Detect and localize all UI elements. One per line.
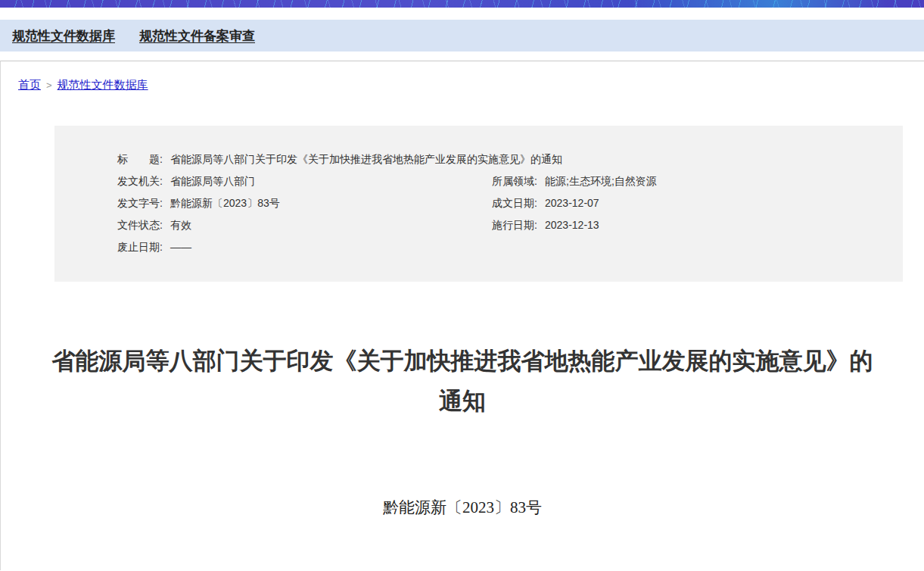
meta-row-doc-no: 发文字号: 黔能源新〔2023〕83号 成文日期: 2023-12-07 [117, 192, 880, 214]
meta-label-status: 文件状态: [117, 214, 170, 236]
meta-label-issuing-body: 发文机关: [117, 170, 170, 192]
meta-label-doc-no: 发文字号: [117, 192, 170, 214]
meta-label-effective-date: 施行日期: [492, 214, 545, 236]
meta-value-effective-date: 2023-12-13 [545, 214, 880, 236]
breadcrumb: 首页>规范性文件数据库 [1, 61, 924, 92]
meta-value-repeal-date: —— [170, 236, 880, 258]
article-doc-number: 黔能源新〔2023〕83号 [1, 497, 924, 518]
top-nav-bar: 规范性文件数据库 规范性文件备案审查 [0, 20, 924, 51]
meta-value-title: 省能源局等八部门关于印发《关于加快推进我省地热能产业发展的实施意见》的通知 [170, 148, 880, 170]
meta-label-domain: 所属领域: [492, 170, 545, 192]
meta-label-written-date: 成文日期: [492, 192, 545, 214]
top-decorative-banner [0, 0, 924, 8]
document-metadata-box: 标 题: 省能源局等八部门关于印发《关于加快推进我省地热能产业发展的实施意见》的… [54, 126, 903, 282]
meta-label-title: 标 题: [117, 148, 170, 170]
meta-value-doc-no: 黔能源新〔2023〕83号 [170, 192, 492, 214]
article-title: 省能源局等八部门关于印发《关于加快推进我省地热能产业发展的实施意见》的通知 [42, 341, 882, 421]
meta-row-title: 标 题: 省能源局等八部门关于印发《关于加快推进我省地热能产业发展的实施意见》的… [117, 148, 880, 170]
meta-row-status: 文件状态: 有效 施行日期: 2023-12-13 [117, 214, 880, 236]
breadcrumb-current-link[interactable]: 规范性文件数据库 [58, 78, 148, 91]
meta-value-issuing-body: 省能源局等八部门 [170, 170, 492, 192]
nav-tab-normative-documents-database[interactable]: 规范性文件数据库 [12, 27, 115, 45]
breadcrumb-separator: > [46, 80, 52, 91]
meta-row-issuing-body: 发文机关: 省能源局等八部门 所属领域: 能源;生态环境;自然资源 [117, 170, 880, 192]
meta-value-status: 有效 [170, 214, 492, 236]
meta-value-domain: 能源;生态环境;自然资源 [545, 170, 880, 192]
page-body: 首页>规范性文件数据库 标 题: 省能源局等八部门关于印发《关于加快推进我省地热… [0, 61, 924, 570]
meta-row-repeal-date: 废止日期: —— [117, 236, 880, 258]
breadcrumb-home-link[interactable]: 首页 [18, 78, 41, 91]
nav-tab-normative-documents-filing-review[interactable]: 规范性文件备案审查 [139, 27, 255, 45]
meta-value-written-date: 2023-12-07 [545, 192, 880, 214]
meta-label-repeal-date: 废止日期: [117, 236, 170, 258]
